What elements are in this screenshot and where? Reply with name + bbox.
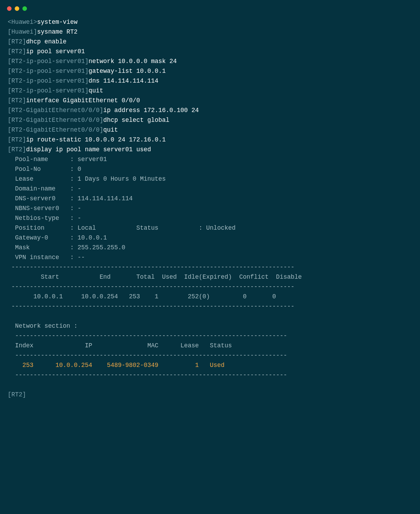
terminal-line: [RT2]dhcp enable	[8, 37, 412, 47]
output-text: Start End Total Used Idle(Expired) Confl…	[8, 273, 302, 280]
terminal-line: ----------------------------------------…	[8, 282, 412, 292]
output-text: ----------------------------------------…	[8, 332, 287, 339]
command: system-view	[37, 19, 78, 26]
close-icon[interactable]	[7, 6, 12, 11]
command: gateway-list 10.0.0.1	[89, 68, 166, 75]
prompt: [RT2]	[8, 136, 26, 143]
output-text: Domain-name : -	[8, 185, 81, 192]
prompt: [RT2-ip-pool-server01]	[8, 58, 89, 65]
prompt: [RT2-GigabitEthernet0/0/0]	[8, 126, 103, 133]
prompt: [RT2]	[8, 146, 26, 153]
terminal-line: Position : Local Status : Unlocked	[8, 223, 412, 233]
output-text: ----------------------------------------…	[8, 352, 287, 359]
prompt: <Huawei>	[8, 19, 37, 26]
prompt: [RT2]	[8, 391, 26, 398]
output-text: Network section :	[8, 322, 81, 329]
command: dhcp enable	[26, 38, 67, 45]
terminal-line: ----------------------------------------…	[8, 301, 412, 311]
prompt: [RT2]	[8, 48, 26, 55]
terminal-line: [RT2]	[8, 390, 412, 400]
terminal-line: [RT2-ip-pool-server01]dns 114.114.114.11…	[8, 76, 412, 86]
output-text: DNS-server0 : 114.114.114.114	[8, 195, 133, 202]
terminal-line: Domain-name : -	[8, 184, 412, 194]
prompt: [RT2-GigabitEthernet0/0/0]	[8, 107, 103, 114]
output-text: Gateway-0 : 10.0.0.1	[8, 234, 107, 241]
terminal-line: [RT2-ip-pool-server01]quit	[8, 86, 412, 96]
prompt: [RT2]	[8, 38, 26, 45]
prompt: [RT2-ip-pool-server01]	[8, 77, 89, 84]
terminal-line: Gateway-0 : 10.0.0.1	[8, 233, 412, 243]
terminal-line: Start End Total Used Idle(Expired) Confl…	[8, 272, 412, 282]
terminal-line: [RT2-ip-pool-server01]network 10.0.0.0 m…	[8, 56, 412, 66]
output-text: Position : Local Status : Unlocked	[8, 224, 236, 231]
terminal-line: [RT2-GigabitEthernet0/0/0]ip address 172…	[8, 105, 412, 115]
terminal-line: [RT2]interface GigabitEthernet 0/0/0	[8, 96, 412, 105]
terminal-window: <Huawei>system-view[Huawei]sysname RT2[R…	[0, 0, 420, 414]
output-text: VPN instance : --	[8, 254, 85, 261]
terminal-line: Netbios-type : -	[8, 213, 412, 223]
output-text: Pool-name : server01	[8, 156, 107, 163]
output-text: ----------------------------------------…	[8, 303, 294, 310]
terminal-line: [RT2-ip-pool-server01]gateway-list 10.0.…	[8, 66, 412, 76]
terminal-line: Mask : 255.255.255.0	[8, 243, 412, 252]
command: display ip pool name server01 used	[26, 146, 151, 153]
terminal-line: 253 10.0.0.254 5489-9802-0349 1 Used	[8, 360, 412, 370]
command: quit	[103, 126, 118, 133]
output-text: ----------------------------------------…	[8, 283, 294, 290]
output-text: ----------------------------------------…	[8, 371, 287, 378]
terminal-line: 10.0.0.1 10.0.0.254 253 1 252(0) 0 0	[8, 292, 412, 301]
terminal-line: [RT2]ip pool server01	[8, 47, 412, 56]
terminal-line: DNS-server0 : 114.114.114.114	[8, 194, 412, 203]
terminal-content[interactable]: <Huawei>system-view[Huawei]sysname RT2[R…	[0, 14, 420, 414]
terminal-line: [RT2-GigabitEthernet0/0/0]dhcp select gl…	[8, 115, 412, 125]
terminal-line: ----------------------------------------…	[8, 331, 412, 341]
terminal-line: [Huawei]sysname RT2	[8, 27, 412, 37]
output-text: Lease : 1 Days 0 Hours 0 Minutes	[8, 175, 166, 182]
command: ip pool server01	[26, 48, 85, 55]
terminal-line: NBNS-server0 : -	[8, 203, 412, 213]
terminal-line: [RT2]ip route-static 10.0.0.0 24 172.16.…	[8, 135, 412, 145]
output-text: Index IP MAC Lease Status	[8, 342, 239, 349]
terminal-line: ----------------------------------------…	[8, 370, 412, 380]
prompt: [RT2-GigabitEthernet0/0/0]	[8, 117, 103, 124]
command: network 10.0.0.0 mask 24	[89, 58, 177, 65]
command: sysname RT2	[37, 28, 78, 35]
command: dhcp select global	[103, 117, 169, 124]
command: interface GigabitEthernet 0/0/0	[26, 97, 140, 104]
command: ip route-static 10.0.0.0 24 172.16.0.1	[26, 136, 166, 143]
prompt: [RT2]	[8, 97, 26, 104]
terminal-line: Network section :	[8, 321, 412, 331]
terminal-line: VPN instance : --	[8, 252, 412, 262]
terminal-line: ----------------------------------------…	[8, 262, 412, 272]
maximize-icon[interactable]	[22, 6, 27, 11]
command: quit	[89, 87, 103, 94]
terminal-line: Index IP MAC Lease Status	[8, 341, 412, 350]
prompt: [Huawei]	[8, 28, 37, 35]
minimize-icon[interactable]	[15, 6, 19, 11]
output-text: Pool-No : 0	[8, 166, 81, 173]
terminal-line: Pool-No : 0	[8, 164, 412, 174]
terminal-line: ----------------------------------------…	[8, 350, 412, 360]
command: dns 114.114.114.114	[89, 77, 159, 84]
terminal-line: [RT2]display ip pool name server01 used	[8, 145, 412, 154]
terminal-line: <Huawei>system-view	[8, 17, 412, 27]
terminal-line	[8, 311, 412, 321]
output-text: Netbios-type : -	[8, 215, 81, 222]
highlighted-output: 253 10.0.0.254 5489-9802-0349 1 Used	[8, 362, 250, 369]
terminal-line	[8, 380, 412, 390]
terminal-line: Lease : 1 Days 0 Hours 0 Minutes	[8, 174, 412, 184]
terminal-line: Pool-name : server01	[8, 154, 412, 164]
terminal-line: [RT2-GigabitEthernet0/0/0]quit	[8, 125, 412, 135]
titlebar	[0, 0, 420, 14]
output-text: NBNS-server0 : -	[8, 205, 81, 212]
output-text: Mask : 255.255.255.0	[8, 244, 125, 251]
prompt: [RT2-ip-pool-server01]	[8, 68, 89, 75]
output-text: 10.0.0.1 10.0.0.254 253 1 252(0) 0 0	[8, 293, 276, 300]
output-text: ----------------------------------------…	[8, 264, 294, 271]
command: ip address 172.16.0.100 24	[103, 107, 199, 114]
prompt: [RT2-ip-pool-server01]	[8, 87, 89, 94]
